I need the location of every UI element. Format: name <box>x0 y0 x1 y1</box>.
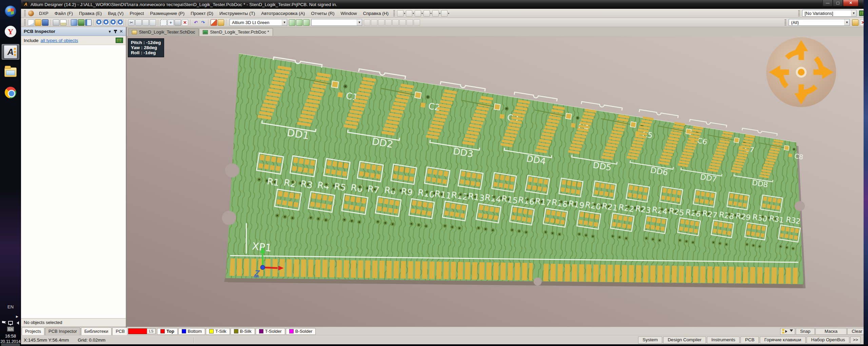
toolbar-grip[interactable] <box>798 10 800 16</box>
taskbar-item-altium[interactable]: A <box>2 44 19 60</box>
layer-tab-bottom[interactable]: Bottom <box>178 328 205 335</box>
taskbar-item-chrome[interactable] <box>2 85 19 100</box>
zoom-filter-icon[interactable] <box>117 19 124 26</box>
route-icon[interactable] <box>289 19 295 26</box>
panel-button-instruments[interactable]: Instruments <box>707 337 740 344</box>
pcb-3d-viewport[interactable]: XP1ZDD1C1DD2C2DD3C3DD4C4DD5C5DD6C6DD7C7D… <box>127 36 868 327</box>
clear-filter-icon[interactable]: ✕ <box>182 19 188 26</box>
toolbar-grip[interactable] <box>785 19 786 25</box>
panel-button-горячие-клавиши[interactable]: Горячие клавиши <box>760 337 806 344</box>
show-hidden-icons-arrow[interactable]: ▶ <box>0 315 21 318</box>
interactive-routing-icon[interactable] <box>211 19 217 26</box>
variations-select[interactable]: [No Variations]▼ <box>802 10 856 17</box>
panel-button-system[interactable]: System <box>638 337 662 344</box>
find-similar-icon[interactable] <box>415 10 421 17</box>
layer-tab-b-silk[interactable]: B-Silk <box>231 328 255 335</box>
dxp-orb-icon[interactable] <box>28 11 34 16</box>
include-objects-link[interactable]: all types of objects <box>41 38 78 43</box>
layer-tab-top[interactable]: Top <box>157 328 178 335</box>
new-document-icon[interactable] <box>28 19 34 26</box>
cut-icon[interactable]: ✂ <box>128 19 135 26</box>
toolbar-grip[interactable] <box>24 10 26 16</box>
show-desktop-button[interactable] <box>1 344 20 346</box>
menu-item-window[interactable]: Window <box>337 9 360 17</box>
taskbar-item-explorer[interactable] <box>2 64 19 80</box>
polygon-pour-icon[interactable] <box>432 10 439 17</box>
menu-item-правка-e-[interactable]: Правка (E) <box>76 9 105 17</box>
menu-item-справка-h-[interactable]: Справка (H) <box>360 9 391 17</box>
route-smart-icon[interactable] <box>296 19 302 26</box>
menu-item-инструменты-t-[interactable]: Инструменты (T) <box>216 9 258 17</box>
layer-tab-b-solder[interactable]: B-Solder <box>286 328 316 335</box>
layer-sets-button[interactable]: LS <box>147 328 156 334</box>
language-indicator[interactable]: EN <box>0 304 21 309</box>
panel-close-icon[interactable]: ✕ <box>119 29 123 34</box>
undo-icon[interactable]: ↶ <box>193 19 199 26</box>
apply-filter-icon[interactable] <box>175 19 181 26</box>
filter-find-icon[interactable] <box>852 19 859 26</box>
current-layer-swatch[interactable] <box>128 328 147 334</box>
mask-level-button[interactable]: Маска <box>815 328 847 335</box>
layer-tab-t-silk[interactable]: T-Silk <box>206 328 230 335</box>
doc-tab-schdoc[interactable]: StenD_Logik_Tester.SchDoc <box>128 28 199 36</box>
network-icon[interactable] <box>8 321 13 325</box>
menu-item-отчеты-r-[interactable]: Отчеты (R) <box>308 9 337 17</box>
secondary-select[interactable]: ▼ <box>311 19 362 26</box>
panel-tab-pcb[interactable]: PCB <box>112 327 128 335</box>
minimize-button[interactable]: — <box>823 0 833 6</box>
panel-buttons-overflow[interactable]: >> <box>850 337 861 344</box>
menu-item-размещение-p-[interactable]: Размещение (P) <box>147 9 188 17</box>
find-component-icon[interactable] <box>218 19 224 26</box>
route-diff-icon[interactable] <box>303 19 310 26</box>
pcb-3d-icon[interactable] <box>78 19 84 26</box>
close-button[interactable]: ✕ <box>843 0 859 6</box>
panel-menu-chevron-icon[interactable]: ▼ <box>108 29 112 34</box>
speaker-icon[interactable] <box>15 321 19 325</box>
panel-button-design-compiler[interactable]: Design Compiler <box>663 337 706 344</box>
doc-tab-pcbdoc[interactable]: StenD_Logik_Tester.PcbDoc * <box>199 28 273 36</box>
toolbar-grip[interactable] <box>393 10 395 16</box>
zoom-document-icon[interactable] <box>103 19 110 26</box>
layer-tab-t-solder[interactable]: T-Solder <box>256 328 285 335</box>
panel-button-набор-openbus[interactable]: Набор OpenBus <box>807 337 849 344</box>
clock-date[interactable]: 20.11.2014 <box>0 339 21 344</box>
start-button[interactable] <box>2 3 19 19</box>
print-icon[interactable] <box>53 19 59 26</box>
workspace-panels-icon[interactable] <box>85 19 92 26</box>
toolbar-grip[interactable] <box>24 19 26 25</box>
clock-time[interactable]: 16:58 <box>0 333 21 339</box>
menu-item-автотрассировка-a-[interactable]: Автотрассировка (A) <box>258 9 308 17</box>
redo-icon[interactable]: ↷ <box>200 19 206 26</box>
tray-language-badge[interactable]: En <box>7 327 14 331</box>
selection-filter-cluster[interactable] <box>780 328 795 335</box>
menu-item-dxp[interactable]: DXP <box>36 9 52 17</box>
panel-pin-icon[interactable] <box>115 30 116 33</box>
snap-button[interactable]: Snap <box>796 328 815 335</box>
zoom-window-icon[interactable] <box>96 19 102 26</box>
menu-item-проект-d-[interactable]: Проект (D) <box>188 9 216 17</box>
panel-button-pcb[interactable]: PCB <box>741 337 759 344</box>
rigid-flex-icon[interactable] <box>71 19 77 26</box>
zoom-selected-icon[interactable] <box>110 19 117 26</box>
menu-item-project[interactable]: Project <box>126 9 147 17</box>
paste-array-icon[interactable] <box>150 19 156 26</box>
panel-tab-projects[interactable]: Projects <box>22 327 44 335</box>
cross-probe-icon[interactable] <box>397 10 403 17</box>
move-selection-icon[interactable]: + <box>167 19 174 26</box>
open-document-icon[interactable] <box>35 19 41 26</box>
paste-icon[interactable] <box>142 19 149 26</box>
panel-tab-pcb-inspector[interactable]: PCB Inspector <box>45 327 80 335</box>
taskbar-item-yandex[interactable]: Y <box>2 24 19 39</box>
filter-select[interactable]: (All)▼ <box>789 19 850 26</box>
grid-icon[interactable] <box>441 10 448 17</box>
menu-item-вид-v-[interactable]: Вид (V) <box>105 9 126 17</box>
view-configuration-select[interactable]: Altium 3D Lt Green▼ <box>230 19 287 26</box>
orientation-compass[interactable] <box>766 37 837 108</box>
panel-tab-библиотеки[interactable]: Библиотеки <box>81 327 112 335</box>
action-center-flag-icon[interactable] <box>2 321 6 324</box>
menu-item-файл-f-[interactable]: Файл (F) <box>52 9 76 17</box>
maximize-button[interactable]: ▢ <box>833 0 843 6</box>
measure-icon[interactable] <box>423 10 430 17</box>
save-document-icon[interactable] <box>42 19 48 26</box>
copy-icon[interactable] <box>135 19 142 26</box>
